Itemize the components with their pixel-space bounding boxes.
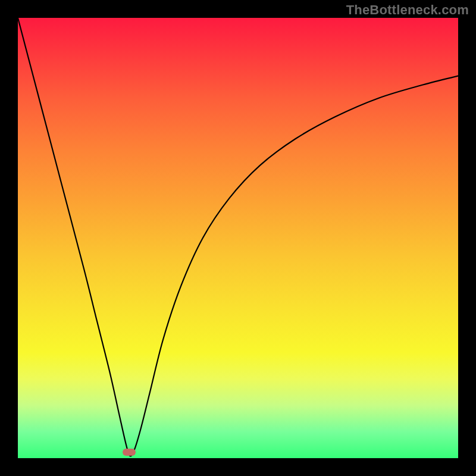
optimum-marker — [123, 449, 136, 456]
chart-frame: TheBottleneck.com — [0, 0, 476, 476]
watermark-text: TheBottleneck.com — [346, 2, 469, 18]
plot-area — [18, 18, 458, 458]
bottleneck-curve — [18, 18, 458, 456]
curve-svg — [18, 18, 458, 458]
